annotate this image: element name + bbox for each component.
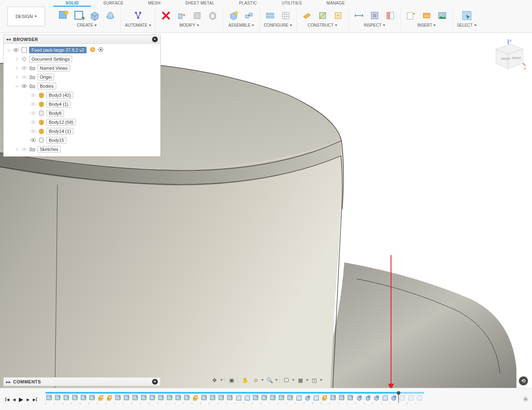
timeline-step-fwd-button[interactable]: ▸ [27, 396, 30, 403]
timeline-op-combine[interactable] [355, 394, 363, 402]
presspull-icon[interactable] [175, 9, 188, 22]
tree-body-item[interactable]: Body8 [4, 109, 160, 118]
timeline-op-fillet[interactable] [243, 394, 251, 402]
lookat-icon[interactable]: ▣ [227, 375, 236, 385]
expander-icon[interactable] [6, 48, 11, 52]
group-construct-label[interactable]: CONSTRUCT [308, 23, 337, 27]
warning-badge-icon[interactable]: 8 [90, 47, 95, 53]
visibility-toggle[interactable] [13, 47, 19, 53]
timeline-op-combine[interactable] [304, 394, 311, 402]
shell-icon[interactable] [207, 9, 219, 22]
grid-icon[interactable]: ▦ [296, 375, 305, 385]
timeline-marker[interactable] [397, 391, 400, 405]
timeline-step-back-button[interactable]: ◂ [13, 396, 16, 403]
orbit-icon[interactable]: ✥ [210, 375, 220, 385]
delete-icon[interactable] [160, 9, 172, 22]
timeline-op-sketch[interactable] [157, 394, 165, 402]
timeline-op-sketch[interactable] [330, 394, 337, 402]
timeline-op-sketch[interactable] [71, 394, 79, 402]
insert-svg-icon[interactable]: SVG [421, 9, 433, 22]
fillet-icon[interactable] [191, 9, 203, 22]
timeline-op-sketch[interactable] [261, 394, 268, 402]
measure-icon[interactable] [353, 9, 365, 22]
config-table-icon[interactable] [280, 9, 292, 22]
body-label[interactable]: Body15 [46, 137, 66, 144]
timeline-op-sketch[interactable] [54, 394, 62, 402]
group-modify-label[interactable]: MODIFY [180, 23, 199, 27]
timeline-op-combine[interactable] [373, 394, 380, 402]
tree-bodies[interactable]: Bodies [4, 82, 160, 91]
timeline-op-sketch[interactable] [140, 394, 148, 402]
group-inspect-label[interactable]: INSPECT [364, 23, 385, 27]
create-form-icon[interactable] [73, 9, 85, 22]
tab-surface[interactable]: SURFACE [91, 0, 136, 7]
tree-body-item[interactable]: Body15 [4, 136, 160, 145]
group-configure-label[interactable]: CONFIGURE [264, 23, 292, 27]
new-sketch-icon[interactable] [57, 9, 70, 22]
timeline-op-sketch[interactable] [226, 394, 234, 402]
timeline-op-fillet[interactable] [235, 394, 243, 402]
zoom-icon[interactable]: ⦶ [251, 375, 261, 385]
timeline-op-sketch[interactable] [149, 394, 157, 402]
tab-sheetmetal[interactable]: SHEET METAL [173, 0, 227, 7]
tab-plastic[interactable]: PLASTIC [227, 0, 269, 7]
comments-panel-header[interactable]: ▸▸ COMMENTS + [3, 377, 161, 386]
tree-body-item[interactable]: Body12 (58) [4, 118, 160, 127]
tree-sketches[interactable]: Sketches [4, 145, 160, 154]
expander-icon[interactable] [14, 57, 19, 61]
timeline-op-fillet[interactable] [295, 394, 303, 402]
body-label[interactable]: Body12 (58) [46, 119, 76, 125]
viewports-icon[interactable]: ◫ [309, 375, 319, 385]
interference-icon[interactable] [368, 9, 381, 22]
group-insert-label[interactable]: INSERT [417, 23, 436, 27]
caret-down-icon[interactable] [261, 379, 264, 381]
timeline-op-fillet[interactable] [416, 394, 423, 402]
timeline-settings-button[interactable]: ✳ [519, 395, 532, 404]
tree-doc-settings[interactable]: Document Settings [4, 55, 160, 64]
timeline-op-sketch[interactable] [286, 394, 294, 402]
tree-body-item[interactable]: Body4 (1) [4, 100, 160, 109]
timeline-op-sketch[interactable] [252, 394, 260, 402]
extrude-icon[interactable] [89, 9, 101, 22]
timeline-op-sketch[interactable] [175, 394, 182, 402]
timeline-history[interactable] [45, 391, 516, 408]
visibility-toggle[interactable] [30, 128, 36, 134]
select-icon[interactable] [461, 9, 473, 22]
timeline-end-button[interactable]: ▸I [33, 396, 37, 403]
group-assemble-label[interactable]: ASSEMBLE [228, 23, 254, 27]
timeline-op-extrude[interactable] [192, 394, 200, 402]
point-icon[interactable] [332, 9, 344, 22]
pan-icon[interactable]: ✋ [240, 375, 250, 385]
fit-icon[interactable]: 🔍 [265, 375, 275, 385]
timeline-op-sketch[interactable] [80, 394, 88, 402]
group-select-label[interactable]: SELECT [457, 23, 477, 27]
add-comment-button[interactable]: + [152, 379, 158, 385]
expander-icon[interactable] [14, 84, 19, 89]
caret-down-icon[interactable] [306, 379, 309, 381]
tree-origin[interactable]: Origin [4, 73, 160, 82]
body-label[interactable]: Body14 (1) [46, 128, 73, 134]
visibility-toggle[interactable] [30, 101, 36, 107]
visibility-toggle[interactable] [21, 74, 27, 80]
expand-icon[interactable]: ▸▸ [6, 380, 11, 384]
timeline-op-sketch[interactable] [123, 394, 131, 402]
body-label[interactable]: Body3 (42) [46, 92, 73, 98]
tree-named-views[interactable]: Named Views [4, 64, 160, 73]
expander-icon[interactable] [14, 75, 19, 80]
new-component-icon[interactable] [227, 9, 240, 22]
timeline-op-sketch[interactable] [63, 394, 70, 402]
timeline-op-extrude[interactable] [106, 394, 114, 402]
display-icon[interactable]: 🖵 [282, 375, 291, 385]
visibility-toggle[interactable] [21, 65, 27, 71]
group-create-label[interactable]: CREATE [77, 23, 97, 27]
timeline-op-sketch[interactable] [132, 394, 139, 402]
timeline-op-sketch[interactable] [200, 394, 208, 402]
plane-icon[interactable] [301, 9, 313, 22]
insert-image-icon[interactable] [436, 9, 448, 22]
visibility-toggle[interactable] [30, 119, 36, 125]
body-label[interactable]: Body4 (1) [46, 101, 71, 107]
tab-manage[interactable]: MANAGE [314, 0, 357, 7]
timeline-op-sketch[interactable] [183, 394, 191, 402]
timeline-op-sketch[interactable] [114, 394, 122, 402]
group-automate-label[interactable]: AUTOMATE [125, 23, 151, 27]
